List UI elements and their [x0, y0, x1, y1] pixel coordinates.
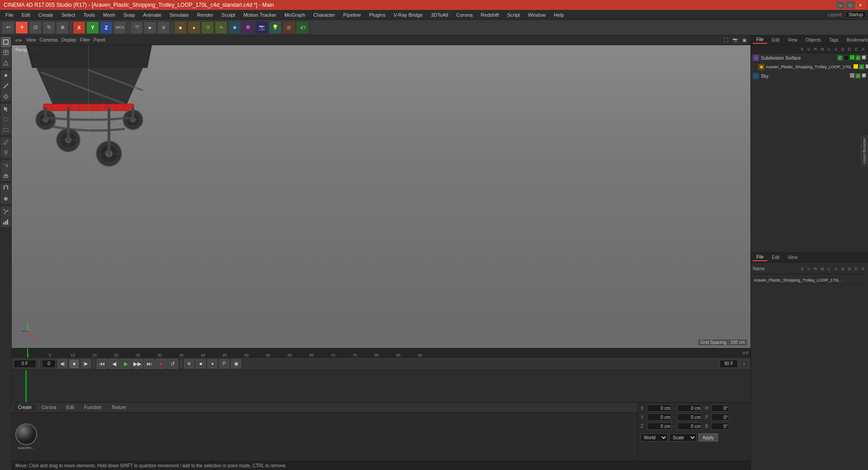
obj-item-araven[interactable]: ▣ Araven_Plastic_Shopping_Trolley_LOOP_1… [751, 62, 868, 71]
polygon-mode-button[interactable] [1, 91, 11, 101]
menu-file[interactable]: File [2, 11, 17, 19]
model-mode-button[interactable] [1, 37, 11, 47]
deformer-button[interactable]: ◈ [228, 21, 241, 34]
subdivision-flag-4[interactable]: ✗ [862, 55, 866, 60]
obj-tab-file[interactable]: File [753, 36, 767, 44]
menu-corona[interactable]: Corona [453, 11, 476, 19]
coord-p-val[interactable] [711, 414, 729, 421]
sphere-button[interactable]: ● [188, 21, 200, 34]
viewport-view-menu[interactable]: View [26, 38, 36, 42]
viewport-nav-left[interactable]: ◀ [14, 38, 18, 42]
sky-flag-1[interactable]: ✓ [855, 73, 861, 79]
axis-y-button[interactable]: Y [86, 21, 99, 34]
sky-flag-2[interactable]: ✗ [862, 73, 866, 78]
coord-y-size[interactable] [677, 414, 702, 421]
subdivision-flag-3[interactable]: ✓ [855, 55, 861, 61]
close-button[interactable]: ✕ [856, 1, 864, 9]
menu-window[interactable]: Window [524, 11, 549, 19]
cube-button[interactable]: ■ [174, 21, 187, 34]
play-reverse-button[interactable]: ◀ [108, 359, 119, 369]
brush-tool-button[interactable] [1, 137, 11, 147]
viewport-display-menu[interactable]: Display [61, 38, 76, 42]
menu-character[interactable]: Character [310, 11, 339, 19]
menu-redshift[interactable]: Redshift [477, 11, 502, 19]
menu-animate[interactable]: Animate [140, 11, 165, 19]
obj-tab-objects[interactable]: Objects [802, 37, 825, 43]
timeline-square-key[interactable]: ■ [196, 359, 206, 368]
spline-button[interactable]: ∿ [215, 21, 227, 34]
material-item-shoppi[interactable]: SHOPPI... [15, 423, 37, 450]
attr-tab-view[interactable]: View [784, 254, 801, 261]
render-button[interactable]: ▶ [144, 21, 156, 34]
nurbs-button[interactable]: ⊃ [201, 21, 214, 34]
viewport-canvas[interactable]: Perspective [12, 45, 750, 348]
materials-tab-texture[interactable]: Texture [107, 404, 131, 411]
go-to-start-button[interactable]: ⏮ [97, 359, 108, 369]
coord-y-pos[interactable] [647, 414, 672, 421]
play-forward-button[interactable]: ▶▶ [132, 359, 143, 369]
subdivision-flag-1[interactable]: ✓ [837, 55, 843, 61]
timeline-expand-button[interactable]: ≡ [740, 360, 749, 368]
paint-button[interactable] [1, 194, 11, 204]
viewport-nav-right[interactable]: ▶ [19, 38, 23, 42]
camera-button[interactable]: 📷 [255, 21, 268, 34]
coord-x-pos[interactable] [647, 404, 672, 412]
timeline-track[interactable] [12, 370, 750, 402]
menu-mesh[interactable]: Mesh [99, 11, 119, 19]
attr-tab-edit[interactable]: Edit [768, 254, 783, 261]
material-button[interactable]: ◎ [283, 21, 295, 34]
scale-tool-button[interactable]: ⊡ [29, 21, 42, 34]
materials-tab-corona[interactable]: Corona [37, 404, 61, 411]
menu-snap[interactable]: Snap [120, 11, 139, 19]
timeline-add-keyframe[interactable]: ⊕ [184, 359, 194, 368]
select-tool-button[interactable] [1, 104, 11, 114]
extrude-button[interactable] [1, 171, 11, 181]
menu-sculpt[interactable]: Sculpt [218, 11, 239, 19]
graph-button[interactable] [1, 217, 11, 227]
point-mode-button[interactable] [1, 70, 11, 80]
timeline-p-button[interactable]: P [219, 359, 229, 368]
menu-pipeline[interactable]: Pipeline [340, 11, 364, 19]
coord-z-size[interactable] [677, 423, 702, 430]
axis-z-button[interactable]: Z [100, 21, 113, 34]
move-tool-button[interactable]: ✛ [15, 21, 28, 34]
menu-edit[interactable]: Edit [18, 11, 34, 19]
menu-plugins[interactable]: Plugins [365, 11, 389, 19]
menu-motion-tracker[interactable]: Motion Tracker [240, 11, 280, 19]
coord-b-val[interactable] [711, 423, 729, 430]
lasso-tool-button[interactable] [1, 114, 11, 124]
edge-mode-button[interactable] [1, 81, 11, 91]
tc-prev-key[interactable]: ◀| [57, 359, 67, 368]
materials-tab-create[interactable]: Create [14, 404, 36, 411]
menu-create[interactable]: Create [35, 11, 57, 19]
current-frame-input[interactable] [14, 360, 36, 368]
viewport-cameras-menu[interactable]: Cameras [40, 38, 58, 42]
tc-next-key[interactable]: |▶ [81, 359, 91, 368]
viewport-expand-icon[interactable]: ⛶ [722, 37, 730, 44]
coord-x-size[interactable] [677, 404, 702, 412]
obj-tab-tags[interactable]: Tags [826, 37, 842, 43]
render-settings-button[interactable]: ⚙ [157, 21, 170, 34]
sculpt-tool-button[interactable] [1, 148, 11, 158]
tc-stop[interactable]: ■ [69, 359, 79, 368]
loop-button[interactable]: ↺ [167, 359, 178, 369]
viewport-camera-icon[interactable]: 📷 [731, 37, 739, 44]
menu-3dtoall[interactable]: 3DToAll [427, 11, 452, 19]
obj-tab-view[interactable]: View [784, 37, 801, 43]
side-browser-tab[interactable]: Asset Browser [861, 136, 868, 166]
obj-item-sky[interactable]: ○ Sky ✓ ✗ [751, 71, 868, 80]
attr-tab-file[interactable]: File [753, 254, 767, 261]
menu-render[interactable]: Render [193, 11, 217, 19]
menu-mograph[interactable]: MoGraph [281, 11, 309, 19]
frame-start-input[interactable] [42, 360, 56, 368]
menu-help[interactable]: Help [550, 11, 568, 19]
particles-button[interactable] [1, 207, 11, 216]
materials-tab-edit[interactable]: Edit [62, 404, 79, 411]
viewport-render-icon[interactable]: ▣ [741, 37, 748, 44]
obj-item-subdivision[interactable]: ◇ Subdivision Surface ✓ ✓ ✗ [751, 53, 868, 62]
light-button[interactable]: 💡 [269, 21, 282, 34]
go-to-end-button[interactable]: ⏭ [144, 359, 155, 369]
menu-vray[interactable]: V-Ray Bridge [390, 11, 427, 19]
effector-button[interactable]: ⚙ [242, 21, 255, 34]
menu-simulate[interactable]: Simulate [166, 11, 193, 19]
